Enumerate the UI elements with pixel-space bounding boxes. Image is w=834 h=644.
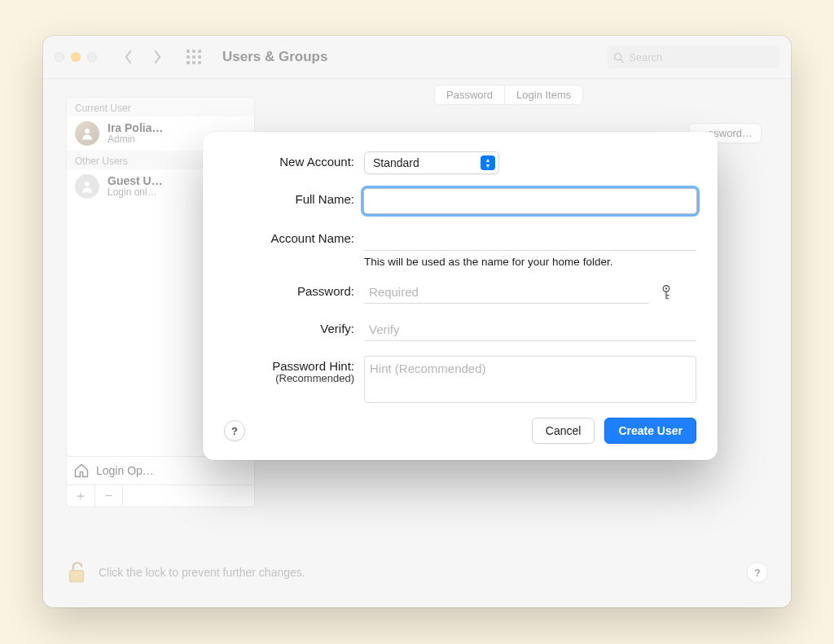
svg-rect-4 — [69, 571, 83, 582]
guest-user-role: Login onl… — [108, 187, 163, 198]
add-remove-user: ＋ − — [66, 484, 123, 507]
lock-hint-text: Click the lock to prevent further change… — [99, 566, 305, 579]
password-hint-input[interactable] — [364, 356, 696, 403]
house-icon — [73, 462, 90, 479]
show-all-prefs-icon[interactable] — [187, 50, 201, 64]
create-user-button[interactable]: Create User — [604, 418, 696, 444]
footer: Click the lock to prevent further change… — [66, 560, 768, 585]
key-icon[interactable] — [659, 283, 674, 301]
account-name-hint: This will be used as the name for your h… — [364, 256, 696, 268]
full-name-input[interactable] — [364, 189, 696, 213]
account-name-input[interactable] — [364, 228, 696, 251]
nav-arrows — [116, 46, 169, 68]
zoom-window-dot[interactable] — [87, 52, 97, 62]
verify-input[interactable] — [364, 318, 696, 341]
tab-password[interactable]: Password — [435, 85, 504, 104]
full-name-label: Full Name: — [295, 192, 354, 206]
unlocked-lock-icon[interactable] — [66, 560, 87, 585]
password-hint-label: Password Hint: — [272, 359, 354, 373]
search-placeholder: Search — [629, 51, 662, 64]
new-user-sheet: New Account: Standard ▲▼ Full Name: Acco… — [203, 132, 718, 460]
login-options-row[interactable]: Login Op… — [66, 456, 255, 485]
person-icon — [80, 126, 94, 141]
login-options-label: Login Op… — [96, 464, 154, 477]
guest-user-name: Guest U… — [108, 174, 163, 187]
window-title: Users & Groups — [222, 49, 327, 65]
back-button[interactable] — [116, 46, 139, 68]
new-account-label: New Account: — [279, 155, 354, 169]
close-window-dot[interactable] — [55, 52, 64, 62]
svg-line-1 — [621, 59, 623, 61]
forward-button[interactable] — [146, 46, 169, 68]
search-icon — [613, 52, 624, 63]
account-type-value: Standard — [373, 156, 481, 169]
current-user-name: Ira Polia… — [108, 121, 163, 134]
cancel-button[interactable]: Cancel — [532, 418, 595, 444]
verify-label: Verify: — [320, 322, 354, 335]
minimize-window-dot[interactable] — [71, 52, 81, 62]
remove-user-button[interactable]: − — [94, 485, 123, 506]
person-icon — [80, 179, 94, 194]
svg-point-2 — [85, 129, 90, 134]
stepper-icon: ▲▼ — [481, 156, 495, 170]
chevron-left-icon — [124, 50, 133, 64]
svg-point-3 — [85, 182, 90, 186]
current-user-header: Current User — [67, 98, 254, 116]
pm-blank — [123, 484, 255, 507]
password-hint-sublabel: (Recommended) — [224, 372, 354, 384]
account-name-label: Account Name: — [270, 231, 354, 245]
avatar — [75, 174, 99, 199]
tab-bar: Password Login Items — [434, 85, 583, 105]
search-field[interactable]: Search — [607, 46, 779, 68]
tab-login-items[interactable]: Login Items — [504, 85, 582, 104]
sheet-footer: ? Cancel Create User — [224, 418, 696, 444]
sheet-help-button[interactable]: ? — [224, 420, 245, 441]
account-type-select[interactable]: Standard ▲▼ — [364, 151, 499, 174]
svg-point-7 — [665, 287, 667, 289]
avatar — [75, 121, 99, 146]
help-button[interactable]: ? — [747, 562, 768, 583]
add-user-button[interactable]: ＋ — [67, 485, 94, 506]
current-user-role: Admin — [108, 134, 163, 145]
chevron-right-icon — [153, 50, 162, 64]
password-label: Password: — [297, 284, 354, 298]
password-input[interactable] — [364, 281, 649, 304]
traffic-lights — [55, 52, 97, 62]
titlebar: Users & Groups Search — [43, 36, 791, 79]
